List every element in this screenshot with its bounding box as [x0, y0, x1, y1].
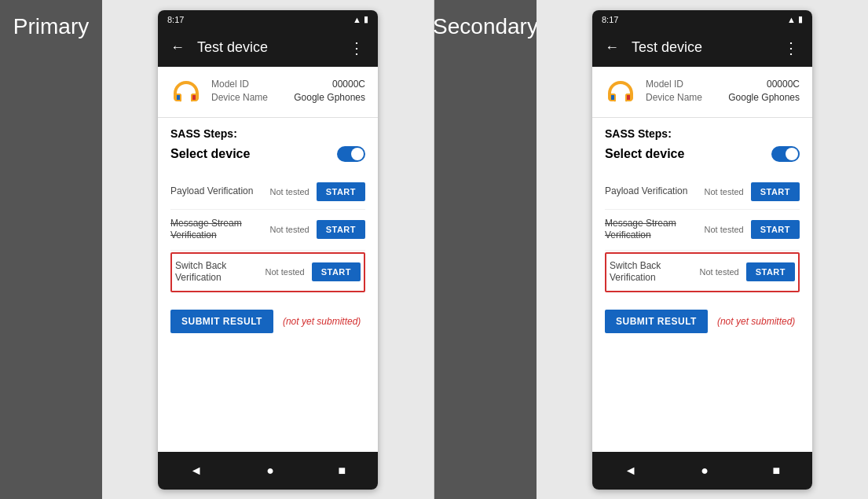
primary-step-payload-start[interactable]: START [317, 182, 365, 201]
primary-status-icons: ▲ ▮ [353, 14, 368, 24]
secondary-device-info: Model ID 00000C Device Name Google Gphon… [646, 79, 800, 105]
secondary-not-submitted-text: (not yet submitted) [717, 316, 795, 327]
secondary-label: Secondary [434, 0, 537, 499]
primary-nav-bar: ◄ ● ■ [158, 452, 378, 490]
secondary-step-payload-start[interactable]: START [751, 182, 800, 201]
primary-phone: 8:17 ▲ ▮ ← Test device ⋮ [158, 10, 378, 490]
secondary-nav-back-icon[interactable]: ◄ [624, 464, 637, 478]
secondary-step-switchback-status: Not tested [696, 267, 743, 277]
battery-icon: ▮ [364, 14, 368, 24]
secondary-app-bar: ← Test device ⋮ [592, 29, 812, 67]
primary-label: Primary [0, 0, 102, 499]
secondary-step-message-start[interactable]: START [751, 220, 800, 239]
secondary-phone-container: 8:17 ▲ ▮ ← Test device ⋮ [537, 0, 868, 499]
secondary-step-message-name: Message Stream Verification [605, 218, 698, 242]
primary-select-device-row: Select device [170, 146, 365, 162]
secondary-step-payload: Payload Verification Not tested START [605, 174, 800, 210]
secondary-back-button[interactable]: ← [605, 39, 619, 56]
primary-device-card: Model ID 00000C Device Name Google Gphon… [158, 67, 378, 118]
secondary-nav-bar: ◄ ● ■ [592, 452, 812, 490]
secondary-menu-button[interactable]: ⋮ [783, 39, 800, 57]
secondary-steps-list: Payload Verification Not tested START Me… [605, 174, 800, 294]
primary-step-message-status: Not tested [266, 225, 313, 234]
secondary-step-message: Message Stream Verification Not tested S… [605, 210, 800, 251]
secondary-nav-recent-icon[interactable]: ■ [773, 464, 781, 478]
secondary-model-id-label: Model ID [646, 79, 683, 90]
primary-step-message: Message Stream Verification Not tested S… [170, 210, 365, 251]
secondary-model-id-value: 00000C [767, 79, 800, 90]
primary-app-title: Test device [197, 39, 336, 56]
secondary-toggle[interactable] [771, 146, 800, 162]
secondary-step-payload-name: Payload Verification [605, 185, 698, 198]
primary-step-payload: Payload Verification Not tested START [170, 174, 365, 210]
secondary-step-switchback-name: Switch Back Verification [610, 260, 693, 284]
secondary-phone: 8:17 ▲ ▮ ← Test device ⋮ [592, 10, 812, 490]
primary-submit-row: SUBMIT RESULT (not yet submitted) [170, 310, 365, 333]
primary-step-switchback-start[interactable]: START [312, 262, 361, 281]
primary-step-switchback-status: Not tested [262, 267, 309, 277]
secondary-sass-title: SASS Steps: [605, 127, 800, 140]
secondary-content: SASS Steps: Select device Payload Verifi… [592, 118, 812, 452]
secondary-time: 8:17 [602, 15, 618, 24]
secondary-status-bar: 8:17 ▲ ▮ [592, 10, 812, 29]
primary-step-message-name: Message Stream Verification [170, 218, 263, 242]
primary-model-id-value: 00000C [332, 79, 365, 90]
primary-sass-title: SASS Steps: [170, 127, 365, 140]
primary-content: SASS Steps: Select device Payload Verifi… [158, 118, 378, 452]
primary-nav-recent-icon[interactable]: ■ [339, 464, 346, 478]
primary-toggle[interactable] [337, 146, 365, 162]
secondary-step-switchback: Switch Back Verification Not tested STAR… [605, 252, 800, 292]
primary-step-switchback: Switch Back Verification Not tested STAR… [170, 252, 365, 292]
secondary-app-title: Test device [632, 39, 771, 56]
secondary-select-device-label: Select device [605, 147, 684, 161]
app-container: Primary 8:17 ▲ ▮ ← Test device ⋮ [0, 0, 868, 499]
primary-device-info: Model ID 00000C Device Name Google Gphon… [211, 79, 365, 105]
primary-app-bar: ← Test device ⋮ [158, 29, 378, 67]
secondary-submit-row: SUBMIT RESULT (not yet submitted) [605, 310, 800, 333]
secondary-step-message-status: Not tested [701, 225, 748, 234]
primary-menu-button[interactable]: ⋮ [349, 39, 365, 57]
primary-model-id-label: Model ID [211, 79, 249, 90]
primary-select-device-label: Select device [170, 147, 250, 161]
primary-step-payload-name: Payload Verification [170, 185, 263, 198]
secondary-step-switchback-start[interactable]: START [746, 262, 795, 281]
secondary-step-payload-status: Not tested [701, 187, 748, 196]
wifi-icon: ▲ [353, 15, 361, 24]
secondary-device-icon [605, 76, 636, 108]
secondary-nav-home-icon[interactable]: ● [701, 464, 709, 478]
secondary-wifi-icon: ▲ [787, 15, 796, 24]
secondary-toggle-knob [786, 148, 798, 160]
primary-device-name-label: Device Name [211, 92, 268, 103]
primary-step-message-start[interactable]: START [317, 220, 365, 239]
primary-toggle-knob [351, 148, 364, 160]
primary-step-payload-status: Not tested [266, 187, 313, 196]
secondary-device-name-value: Google Gphones [728, 92, 800, 103]
primary-back-button[interactable]: ← [170, 39, 185, 56]
primary-nav-home-icon[interactable]: ● [266, 464, 274, 478]
primary-not-submitted-text: (not yet submitted) [283, 316, 361, 327]
primary-step-switchback-name: Switch Back Verification [175, 260, 258, 284]
secondary-battery-icon: ▮ [798, 14, 803, 24]
secondary-select-device-row: Select device [605, 146, 800, 162]
primary-time: 8:17 [167, 15, 184, 24]
primary-submit-button[interactable]: SUBMIT RESULT [170, 310, 273, 333]
secondary-submit-button[interactable]: SUBMIT RESULT [605, 310, 708, 333]
primary-device-icon [170, 76, 202, 108]
primary-status-bar: 8:17 ▲ ▮ [158, 10, 378, 29]
secondary-status-icons: ▲ ▮ [787, 14, 803, 24]
secondary-device-card: Model ID 00000C Device Name Google Gphon… [592, 67, 812, 118]
secondary-device-name-label: Device Name [646, 92, 702, 103]
primary-steps-list: Payload Verification Not tested START Me… [170, 174, 365, 294]
primary-device-name-value: Google Gphones [294, 92, 365, 103]
primary-phone-container: 8:17 ▲ ▮ ← Test device ⋮ [102, 0, 434, 499]
primary-nav-back-icon[interactable]: ◄ [190, 464, 203, 478]
